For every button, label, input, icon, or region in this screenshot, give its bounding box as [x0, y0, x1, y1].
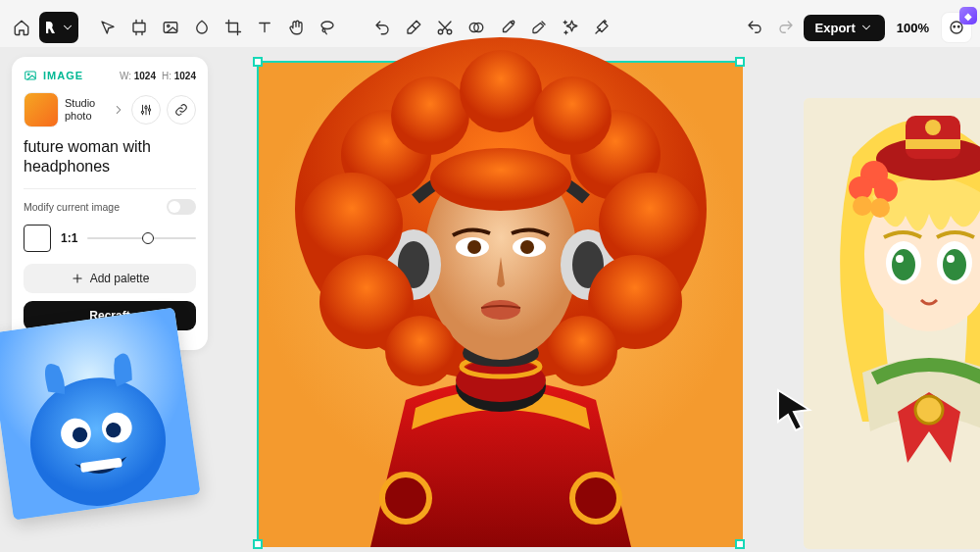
- svg-point-35: [481, 300, 520, 320]
- dimensions-readout: W: 1024 H: 1024: [120, 71, 196, 81]
- svg-point-47: [460, 50, 542, 132]
- link-button[interactable]: [167, 95, 196, 125]
- modify-toggle[interactable]: [167, 199, 196, 215]
- ratio-slider[interactable]: [87, 237, 196, 239]
- shape-tool[interactable]: [188, 14, 216, 41]
- svg-point-2: [168, 25, 170, 26]
- svg-point-69: [853, 196, 872, 216]
- aspect-ratio-button[interactable]: [24, 225, 51, 252]
- svg-point-50: [385, 316, 456, 386]
- svg-point-10: [954, 26, 956, 28]
- chevron-right-icon[interactable]: [112, 103, 125, 117]
- svg-point-13: [27, 74, 29, 75]
- svg-point-71: [915, 396, 943, 424]
- redo-button[interactable]: [772, 14, 800, 41]
- canvas-image-monster[interactable]: [0, 308, 200, 521]
- svg-point-46: [391, 76, 469, 155]
- svg-point-65: [925, 120, 941, 135]
- resize-handle-bottom-left[interactable]: [253, 539, 263, 549]
- resize-handle-top-left[interactable]: [253, 57, 263, 67]
- monster-illustration: [0, 308, 200, 521]
- divider: [24, 188, 196, 189]
- panel-title: IMAGE: [24, 69, 83, 82]
- settings-sliders-button[interactable]: [131, 95, 161, 125]
- image-panel: IMAGE W: 1024 H: 1024 Studio photo futur…: [12, 57, 208, 350]
- svg-point-8: [512, 21, 514, 24]
- svg-point-53: [572, 475, 619, 522]
- svg-point-14: [141, 111, 143, 113]
- add-palette-button[interactable]: Add palette: [24, 264, 196, 293]
- resize-handle-top-right[interactable]: [735, 57, 745, 67]
- undo-button[interactable]: [741, 14, 768, 41]
- svg-point-34: [520, 240, 534, 254]
- style-label: Studio photo: [65, 97, 106, 123]
- export-button[interactable]: Export: [804, 15, 885, 41]
- prompt-text[interactable]: future woman with headphones: [24, 137, 196, 176]
- plus-icon: [71, 272, 84, 285]
- canvas-image-anime[interactable]: [804, 98, 980, 549]
- svg-point-15: [145, 107, 147, 109]
- svg-point-58: [896, 255, 904, 263]
- zoom-level[interactable]: 100%: [889, 15, 937, 41]
- user-avatar[interactable]: ◆: [941, 12, 972, 43]
- selected-image-frame[interactable]: [257, 61, 741, 545]
- select-tool[interactable]: [94, 14, 122, 41]
- aspect-ratio-label: 1:1: [61, 231, 77, 245]
- image-tool[interactable]: [157, 14, 184, 41]
- svg-rect-1: [164, 23, 177, 33]
- svg-point-11: [958, 26, 960, 28]
- resize-handle-bottom-right[interactable]: [735, 539, 745, 549]
- frame-tool[interactable]: [125, 14, 153, 41]
- svg-rect-64: [906, 139, 960, 149]
- style-thumbnail[interactable]: [24, 92, 59, 127]
- svg-rect-12: [25, 72, 36, 79]
- export-label: Export: [815, 21, 856, 35]
- svg-point-52: [382, 475, 429, 522]
- svg-point-57: [892, 249, 915, 280]
- premium-badge-icon: ◆: [959, 7, 977, 25]
- svg-point-32: [467, 240, 481, 254]
- crop-tool[interactable]: [220, 14, 247, 41]
- svg-point-70: [870, 198, 890, 218]
- app-logo-menu[interactable]: [39, 12, 78, 43]
- svg-point-16: [148, 109, 150, 111]
- svg-point-51: [547, 316, 617, 386]
- svg-rect-0: [133, 24, 145, 32]
- cursor-pointer-icon: [774, 388, 813, 435]
- home-button[interactable]: [8, 14, 35, 41]
- svg-point-48: [533, 76, 612, 155]
- svg-point-61: [947, 255, 955, 263]
- image-icon: [24, 69, 37, 82]
- modify-label: Modify current image: [24, 201, 120, 213]
- anime-illustration: [804, 98, 980, 549]
- svg-point-60: [943, 249, 966, 280]
- generated-image: [259, 63, 739, 543]
- svg-point-49: [430, 148, 571, 211]
- chevron-down-icon: [859, 21, 873, 34]
